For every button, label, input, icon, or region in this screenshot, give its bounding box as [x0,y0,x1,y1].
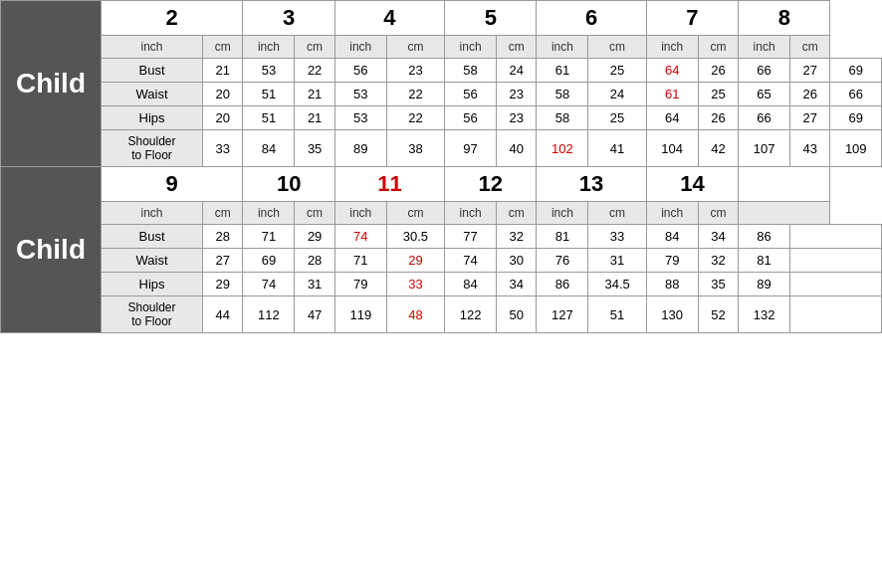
shoulder-row-1: Shoulderto Floor 33 84 35 89 38 97 40 10… [1,130,882,167]
hips-row-2: Hips 29 74 31 79 33 84 34 86 34.5 88 35 … [1,273,882,296]
unit-cm: cm [698,36,738,59]
hips-label-2: Hips [102,273,203,296]
bust-5-inch: 24 [497,59,537,83]
size-8: 8 [739,1,830,36]
size-4: 4 [334,1,444,36]
size-11: 11 [334,167,444,202]
unit-inch: inch [445,36,497,59]
unit-inch: inch [646,36,698,59]
unit-cm: cm [386,36,444,59]
unit-inch: inch [102,36,203,59]
bust-8-cm: 69 [830,59,882,83]
hips-label: Hips [102,106,203,130]
bust-row-2: Bust 28 71 29 74 30.5 77 32 81 33 84 34 … [1,225,882,249]
size-12: 12 [445,167,537,202]
bust-label: Bust [102,59,203,83]
shoulder-label-2: Shoulderto Floor [102,296,203,333]
bust-8-inch: 27 [790,59,830,83]
waist-row-1: Waist 20 51 21 53 22 56 23 58 24 61 25 6… [1,83,882,106]
bust-6-cm: 64 [646,59,698,83]
bust-7-inch: 26 [698,59,738,83]
bust-3-cm: 56 [334,59,386,83]
bust-4-cm: 58 [445,59,497,83]
shoulder-label-1: Shoulderto Floor [102,130,203,167]
unit-cm: cm [790,36,830,59]
bust-2-cm: 53 [243,59,295,83]
bust-4-inch: 23 [386,59,444,83]
shoulder-row-2: Shoulderto Floor 44 112 47 119 48 122 50… [1,296,882,333]
size-2: 2 [102,1,243,36]
bust-7-cm: 66 [739,59,790,83]
bust-3-inch: 22 [295,59,334,83]
size-14: 14 [646,167,738,202]
bust-label-2: Bust [102,225,203,249]
unit-inch: inch [243,36,295,59]
size-10: 10 [243,167,334,202]
unit-inch: inch [334,36,386,59]
unit-row-1: inch cm inch cm inch cm inch cm inch cm … [1,36,882,59]
waist-label: Waist [102,83,203,106]
unit-inch: inch [537,36,588,59]
size-7: 7 [646,1,738,36]
size-3: 3 [243,1,334,36]
unit-inch: inch [739,36,790,59]
size-5: 5 [445,1,537,36]
bust-row-1: Bust 21 53 22 56 23 58 24 61 25 64 26 66… [1,59,882,83]
size-6: 6 [537,1,646,36]
unit-cm: cm [497,36,537,59]
child-label-2: Child [1,167,102,333]
unit-cm: cm [203,36,243,59]
child-label-1: Child [1,1,102,167]
waist-row-2: Waist 27 69 28 71 29 74 30 76 31 79 32 8… [1,249,882,273]
size-13: 13 [537,167,646,202]
unit-row-2: inch cm inch cm inch cm inch cm inch cm … [1,202,882,225]
size-9: 9 [102,167,243,202]
unit-cm: cm [295,36,334,59]
bust-5-cm: 61 [537,59,588,83]
bust-6-inch: 25 [588,59,646,83]
bust-2-inch: 21 [203,59,243,83]
waist-label-2: Waist [102,249,203,273]
hips-row-1: Hips 20 51 21 53 22 56 23 58 25 64 26 66… [1,106,882,130]
unit-cm: cm [588,36,646,59]
